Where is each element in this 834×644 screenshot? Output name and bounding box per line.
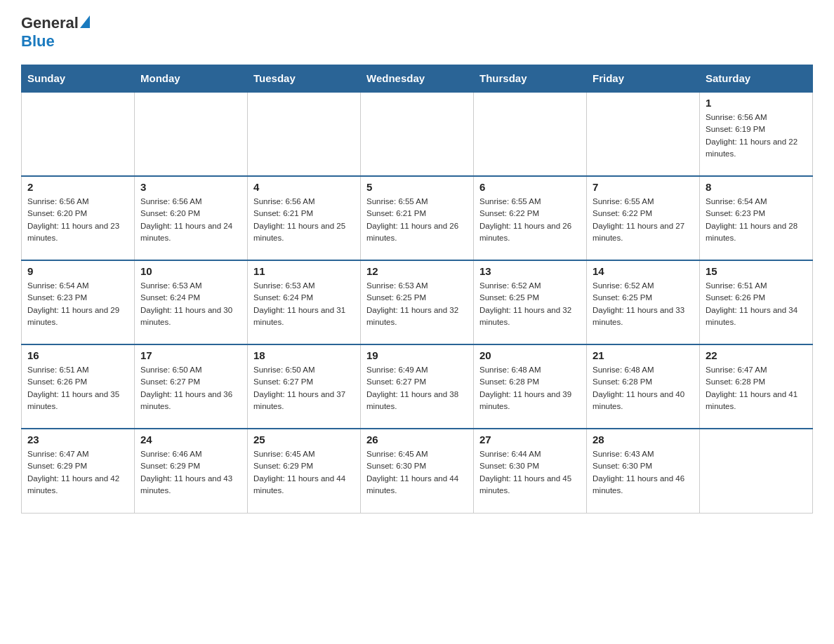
column-header-thursday: Thursday (474, 65, 587, 93)
day-info: Sunrise: 6:55 AM Sunset: 6:22 PM Dayligh… (479, 196, 581, 244)
day-number: 12 (366, 265, 468, 277)
day-number: 25 (253, 434, 355, 445)
day-number: 7 (593, 181, 694, 193)
day-number: 21 (593, 349, 694, 361)
day-number: 18 (253, 349, 355, 361)
day-info: Sunrise: 6:48 AM Sunset: 6:28 PM Dayligh… (593, 364, 694, 412)
day-number: 6 (479, 181, 581, 193)
calendar-cell: 5Sunrise: 6:55 AM Sunset: 6:21 PM Daylig… (361, 176, 474, 260)
day-number: 8 (706, 181, 807, 193)
day-info: Sunrise: 6:48 AM Sunset: 6:28 PM Dayligh… (479, 364, 581, 412)
day-number: 5 (366, 181, 468, 193)
calendar-cell: 13Sunrise: 6:52 AM Sunset: 6:25 PM Dayli… (474, 260, 587, 344)
calendar-cell: 27Sunrise: 6:44 AM Sunset: 6:30 PM Dayli… (474, 429, 587, 513)
calendar-cell: 24Sunrise: 6:46 AM Sunset: 6:29 PM Dayli… (135, 429, 248, 513)
calendar-cell: 2Sunrise: 6:56 AM Sunset: 6:20 PM Daylig… (22, 176, 135, 260)
calendar-cell: 7Sunrise: 6:55 AM Sunset: 6:22 PM Daylig… (587, 176, 700, 260)
calendar-cell (587, 92, 700, 176)
calendar-cell: 16Sunrise: 6:51 AM Sunset: 6:26 PM Dayli… (22, 344, 135, 429)
day-info: Sunrise: 6:54 AM Sunset: 6:23 PM Dayligh… (706, 196, 807, 244)
day-info: Sunrise: 6:45 AM Sunset: 6:30 PM Dayligh… (366, 448, 468, 497)
day-number: 3 (140, 181, 241, 193)
column-header-monday: Monday (135, 65, 248, 93)
day-number: 16 (27, 349, 128, 361)
day-info: Sunrise: 6:50 AM Sunset: 6:27 PM Dayligh… (140, 364, 241, 412)
day-number: 23 (27, 434, 128, 445)
calendar-cell: 6Sunrise: 6:55 AM Sunset: 6:22 PM Daylig… (474, 176, 587, 260)
day-info: Sunrise: 6:55 AM Sunset: 6:22 PM Dayligh… (593, 196, 694, 244)
calendar-cell (700, 429, 813, 513)
calendar-cell: 26Sunrise: 6:45 AM Sunset: 6:30 PM Dayli… (361, 429, 474, 513)
logo: General Blue (21, 14, 90, 51)
day-number: 15 (706, 265, 807, 277)
calendar-cell (135, 92, 248, 176)
day-info: Sunrise: 6:52 AM Sunset: 6:25 PM Dayligh… (593, 280, 694, 328)
day-info: Sunrise: 6:56 AM Sunset: 6:19 PM Dayligh… (706, 112, 807, 160)
calendar-cell: 8Sunrise: 6:54 AM Sunset: 6:23 PM Daylig… (700, 176, 813, 260)
day-info: Sunrise: 6:53 AM Sunset: 6:24 PM Dayligh… (253, 280, 355, 328)
day-number: 24 (140, 434, 241, 445)
day-info: Sunrise: 6:54 AM Sunset: 6:23 PM Dayligh… (27, 280, 128, 328)
day-number: 22 (706, 349, 807, 361)
day-number: 14 (593, 265, 694, 277)
day-info: Sunrise: 6:47 AM Sunset: 6:29 PM Dayligh… (27, 448, 128, 497)
calendar-cell: 14Sunrise: 6:52 AM Sunset: 6:25 PM Dayli… (587, 260, 700, 344)
day-number: 4 (253, 181, 355, 193)
day-info: Sunrise: 6:55 AM Sunset: 6:21 PM Dayligh… (366, 196, 468, 244)
day-info: Sunrise: 6:56 AM Sunset: 6:20 PM Dayligh… (140, 196, 241, 244)
calendar-cell (474, 92, 587, 176)
day-number: 13 (479, 265, 581, 277)
calendar-cell: 20Sunrise: 6:48 AM Sunset: 6:28 PM Dayli… (474, 344, 587, 429)
day-info: Sunrise: 6:46 AM Sunset: 6:29 PM Dayligh… (140, 448, 241, 497)
calendar-cell: 22Sunrise: 6:47 AM Sunset: 6:28 PM Dayli… (700, 344, 813, 429)
calendar-cell: 1Sunrise: 6:56 AM Sunset: 6:19 PM Daylig… (700, 92, 813, 176)
logo-general: General (21, 14, 79, 32)
day-info: Sunrise: 6:56 AM Sunset: 6:20 PM Dayligh… (27, 196, 128, 244)
day-number: 20 (479, 349, 581, 361)
day-info: Sunrise: 6:50 AM Sunset: 6:27 PM Dayligh… (253, 364, 355, 412)
calendar-cell (248, 92, 361, 176)
day-info: Sunrise: 6:51 AM Sunset: 6:26 PM Dayligh… (27, 364, 128, 412)
calendar-cell: 25Sunrise: 6:45 AM Sunset: 6:29 PM Dayli… (248, 429, 361, 513)
day-info: Sunrise: 6:52 AM Sunset: 6:25 PM Dayligh… (479, 280, 581, 328)
day-number: 28 (593, 434, 694, 445)
day-info: Sunrise: 6:47 AM Sunset: 6:28 PM Dayligh… (706, 364, 807, 412)
day-number: 11 (253, 265, 355, 277)
day-number: 27 (479, 434, 581, 445)
header: General Blue (21, 14, 813, 51)
logo-icon (80, 15, 90, 28)
logo-line2: Blue (21, 32, 55, 51)
column-header-wednesday: Wednesday (361, 65, 474, 93)
calendar-cell: 28Sunrise: 6:43 AM Sunset: 6:30 PM Dayli… (587, 429, 700, 513)
day-number: 9 (27, 265, 128, 277)
day-number: 17 (140, 349, 241, 361)
calendar-cell (22, 92, 135, 176)
day-number: 10 (140, 265, 241, 277)
calendar-cell: 23Sunrise: 6:47 AM Sunset: 6:29 PM Dayli… (22, 429, 135, 513)
calendar-cell: 12Sunrise: 6:53 AM Sunset: 6:25 PM Dayli… (361, 260, 474, 344)
calendar-cell: 21Sunrise: 6:48 AM Sunset: 6:28 PM Dayli… (587, 344, 700, 429)
day-info: Sunrise: 6:51 AM Sunset: 6:26 PM Dayligh… (706, 280, 807, 328)
column-header-sunday: Sunday (22, 65, 135, 93)
day-number: 2 (27, 181, 128, 193)
day-info: Sunrise: 6:56 AM Sunset: 6:21 PM Dayligh… (253, 196, 355, 244)
logo-blue: Blue (21, 32, 55, 51)
calendar-cell: 15Sunrise: 6:51 AM Sunset: 6:26 PM Dayli… (700, 260, 813, 344)
column-header-tuesday: Tuesday (248, 65, 361, 93)
calendar-cell: 19Sunrise: 6:49 AM Sunset: 6:27 PM Dayli… (361, 344, 474, 429)
day-number: 1 (706, 97, 807, 109)
calendar-table: SundayMondayTuesdayWednesdayThursdayFrid… (21, 65, 813, 514)
day-info: Sunrise: 6:45 AM Sunset: 6:29 PM Dayligh… (253, 448, 355, 497)
column-header-saturday: Saturday (700, 65, 813, 93)
calendar-cell: 10Sunrise: 6:53 AM Sunset: 6:24 PM Dayli… (135, 260, 248, 344)
column-header-friday: Friday (587, 65, 700, 93)
day-info: Sunrise: 6:43 AM Sunset: 6:30 PM Dayligh… (593, 448, 694, 497)
calendar-cell: 3Sunrise: 6:56 AM Sunset: 6:20 PM Daylig… (135, 176, 248, 260)
calendar-cell: 17Sunrise: 6:50 AM Sunset: 6:27 PM Dayli… (135, 344, 248, 429)
calendar-cell: 11Sunrise: 6:53 AM Sunset: 6:24 PM Dayli… (248, 260, 361, 344)
day-number: 19 (366, 349, 468, 361)
logo-line1: General (21, 14, 90, 32)
day-info: Sunrise: 6:49 AM Sunset: 6:27 PM Dayligh… (366, 364, 468, 412)
day-info: Sunrise: 6:53 AM Sunset: 6:24 PM Dayligh… (140, 280, 241, 328)
calendar-cell: 9Sunrise: 6:54 AM Sunset: 6:23 PM Daylig… (22, 260, 135, 344)
